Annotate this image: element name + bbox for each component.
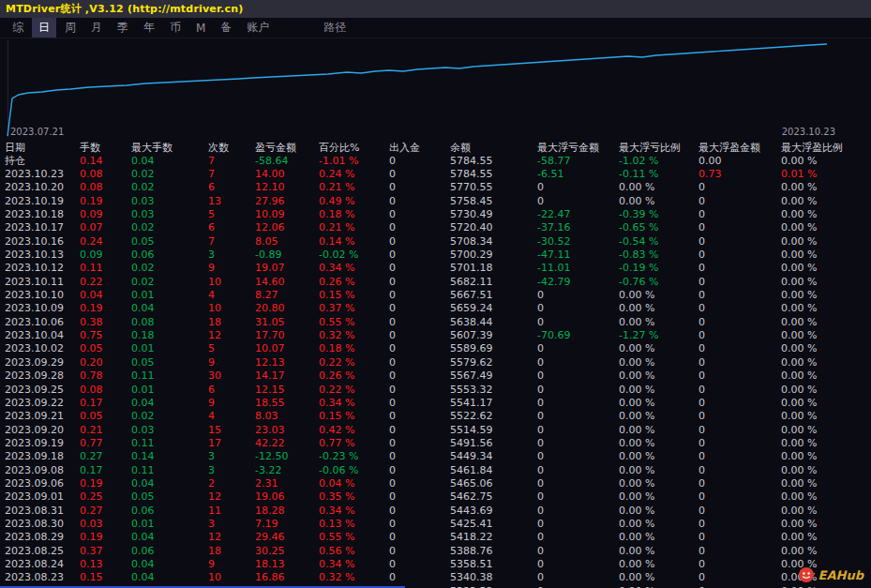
table-row[interactable]: 2023.10.060.380.081831.050.55 %05638.440… xyxy=(0,315,871,328)
table-row[interactable]: 2023.08.310.270.061118.280.34 %05443.690… xyxy=(0,504,871,517)
cell: 18 xyxy=(203,316,250,328)
cell: 0.00 % xyxy=(614,437,694,449)
table-row[interactable]: 2023.10.120.110.02919.070.34 %05701.18-1… xyxy=(0,262,871,275)
cell: 0.37 % xyxy=(314,302,384,314)
cell: 0 xyxy=(694,342,776,354)
cell: 0 xyxy=(533,450,614,462)
table-row[interactable]: 2023.09.250.080.01612.150.22 %05553.3200… xyxy=(0,383,871,396)
table-row[interactable]: 2023.10.090.190.041020.800.37 %05659.240… xyxy=(0,302,871,315)
cell: 12 xyxy=(203,531,250,543)
cell: 2023.10.13 xyxy=(0,249,75,261)
menu-item-综[interactable]: 综 xyxy=(6,18,30,38)
table-row[interactable]: 2023.08.230.150.041016.860.32 %05340.380… xyxy=(0,571,871,584)
cell: 0 xyxy=(384,437,445,449)
cell: 0.22 % xyxy=(314,356,384,369)
table-row[interactable]: 2023.10.190.190.031327.960.49 %05758.450… xyxy=(0,194,871,207)
column-header: 最大浮盈金额 xyxy=(694,141,776,155)
cell: 0.00 % xyxy=(614,518,694,530)
cell: 0.00 % xyxy=(614,397,694,409)
cell: -0.76 % xyxy=(614,276,694,288)
cell: 7.19 xyxy=(250,518,314,530)
cell: 0.06 xyxy=(127,249,203,261)
cell: 0.19 xyxy=(75,477,127,490)
cell: 15 xyxy=(203,424,250,436)
cell: 4 xyxy=(203,410,250,422)
cell: 5462.75 xyxy=(445,490,533,503)
cell: 0.00 % xyxy=(614,195,694,207)
table-row[interactable]: 2023.10.170.070.02612.060.21 %05720.40-3… xyxy=(0,221,871,234)
equity-chart-canvas xyxy=(0,38,871,142)
table-row[interactable]: 2023.09.060.190.0422.310.04 %05465.0600.… xyxy=(0,476,871,490)
cell: 5553.32 xyxy=(445,384,533,396)
table-row[interactable]: 2023.10.230.080.02714.000.24 %05784.55-6… xyxy=(0,167,871,180)
cell: 0.04 xyxy=(127,155,203,167)
menu-item-周[interactable]: 周 xyxy=(58,18,83,38)
table-row[interactable]: 2023.10.130.090.063-0.89-0.02 %05700.29-… xyxy=(0,248,871,261)
table-row[interactable]: 2023.08.290.190.041229.460.55 %05418.220… xyxy=(0,531,871,544)
cell: 0 xyxy=(384,490,445,503)
cell: 0.00 % xyxy=(614,369,694,382)
cell: 19.06 xyxy=(250,490,314,503)
menu-item-季[interactable]: 季 xyxy=(111,18,135,38)
cell: 12.10 xyxy=(250,181,314,193)
table-row[interactable]: 2023.10.040.750.181217.700.32 %05607.39-… xyxy=(0,328,871,341)
menu-item-年[interactable]: 年 xyxy=(137,18,161,38)
table-row[interactable]: 2023.10.160.240.0578.050.14 %05708.34-30… xyxy=(0,234,871,248)
menu-item-M[interactable]: M xyxy=(189,20,212,37)
cell: -0.19 % xyxy=(614,262,694,274)
cell: 0.00 % xyxy=(776,450,862,462)
cell: 2023.08.29 xyxy=(0,531,75,543)
cell: 0 xyxy=(384,276,445,288)
cell: 5784.55 xyxy=(445,155,533,167)
table-row[interactable]: 2023.08.250.370.061830.250.56 %05388.760… xyxy=(0,544,871,557)
menu-item-月[interactable]: 月 xyxy=(84,18,109,38)
cell: 0.00 % xyxy=(776,316,862,328)
cell: -30.52 xyxy=(533,235,614,248)
table-row[interactable]: 2023.08.300.030.0137.190.13 %05425.4100.… xyxy=(0,517,871,530)
cell: 0 xyxy=(694,195,776,207)
cell: 2023.10.04 xyxy=(0,329,75,341)
cell: 5514.59 xyxy=(445,424,533,436)
cell: -3.22 xyxy=(250,464,314,476)
cell: 0.27 xyxy=(75,505,127,517)
cell: 0.19 xyxy=(75,302,127,314)
table-row[interactable]: 持仓0.140.047-58.64-1.01 %05784.55-58.77-1… xyxy=(0,154,871,167)
table-row[interactable]: 2023.09.180.270.143-12.50-0.23 %05449.34… xyxy=(0,450,871,463)
table-row[interactable]: 2023.10.020.050.01510.070.18 %05589.6900… xyxy=(0,342,871,355)
table-row[interactable]: 2023.09.220.170.04918.550.34 %05541.1700… xyxy=(0,396,871,409)
cell: 0.02 xyxy=(127,262,203,274)
cell: 0 xyxy=(694,505,776,517)
cell: 0.02 xyxy=(127,276,203,288)
menu-item-币[interactable]: 币 xyxy=(163,18,188,38)
menu-item-账户[interactable]: 账户 xyxy=(240,18,276,38)
cell: 0 xyxy=(694,369,776,382)
table-row[interactable]: 2023.10.180.090.03510.090.18 %05730.49-2… xyxy=(0,207,871,220)
cell: 0.02 xyxy=(127,181,203,193)
cell: 0 xyxy=(384,249,445,261)
table-row[interactable]: 2023.08.240.130.04918.130.34 %05358.5100… xyxy=(0,557,871,570)
table-row[interactable]: 2023.09.200.210.031523.030.42 %05514.590… xyxy=(0,423,871,436)
menu-item-日[interactable]: 日 xyxy=(32,18,56,38)
table-row[interactable]: 2023.09.280.780.113014.170.26 %05567.490… xyxy=(0,369,871,383)
cell: 0.24 xyxy=(75,235,127,248)
menu-item-备[interactable]: 备 xyxy=(214,18,238,38)
cell: 10 xyxy=(203,302,250,314)
cell: -0.39 % xyxy=(614,208,694,220)
cell: 0.08 xyxy=(75,181,127,193)
table-row[interactable]: 2023.09.080.170.113-3.22-0.06 %05461.840… xyxy=(0,463,871,476)
table-row[interactable]: 2023.09.290.200.05912.130.22 %05579.6200… xyxy=(0,355,871,369)
cell: 0.22 % xyxy=(314,384,384,396)
cell: 0.00 % xyxy=(776,329,862,341)
cell: 30 xyxy=(203,369,250,382)
table-row[interactable]: 2023.09.190.770.111742.220.77 %05491.560… xyxy=(0,436,871,449)
table-row[interactable]: 2023.10.110.220.021014.600.26 %05682.11-… xyxy=(0,275,871,288)
cell: 0 xyxy=(694,464,776,476)
table-row[interactable]: 2023.10.100.040.0148.270.15 %05667.5100.… xyxy=(0,288,871,301)
cell: 0 xyxy=(533,342,614,354)
cell: 2023.09.25 xyxy=(0,384,75,396)
cell: 0.00 % xyxy=(776,195,862,207)
table-row[interactable]: 2023.09.010.250.051219.060.35 %05462.750… xyxy=(0,490,871,504)
table-row[interactable]: 2023.10.200.080.02612.100.21 %05770.5500… xyxy=(0,181,871,194)
menu-item-路径[interactable]: 路径 xyxy=(317,18,353,38)
table-row[interactable]: 2023.09.210.050.0248.030.15 %05522.6200.… xyxy=(0,410,871,423)
